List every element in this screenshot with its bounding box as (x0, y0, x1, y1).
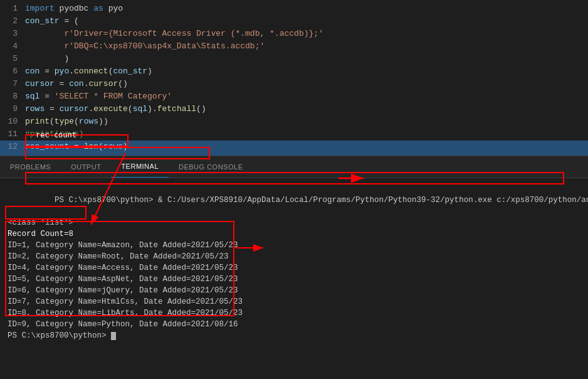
line-content-5: ) (25, 53, 588, 65)
code-line-3: 3 r'Driver={Microsoft Access Driver (*.m… (0, 28, 588, 40)
line-number-10: 10 (0, 115, 25, 128)
terminal-id8: ID=8, Category Name=LibArts, Date Added=… (8, 307, 580, 319)
terminal-id4: ID=4, Category Name=Access, Date Added=2… (8, 262, 580, 274)
line-number-1: 1 (0, 3, 25, 15)
line-content-1: import pyodbc as pyo (25, 3, 588, 15)
line-content-11: #print(rows) (25, 128, 588, 141)
line-number-11: 11 (0, 128, 25, 141)
terminal-command: & C:/Users/XPS8910/AppData/Local/Program… (158, 196, 588, 205)
terminal-cursor (111, 332, 116, 340)
code-line-12: 12rec_count = len(rows) (0, 141, 588, 153)
bottom-panel: PROBLEMS OUTPUT TERMINAL DEBUG CONSOLE P… (0, 156, 588, 379)
line-number-6: 6 (0, 65, 25, 78)
tab-problems[interactable]: PROBLEMS (0, 156, 61, 178)
line-number-8: 8 (0, 90, 25, 103)
line-number-2: 2 (0, 15, 25, 28)
code-line-8: 8sql = 'SELECT * FROM Category' (0, 90, 588, 103)
code-line-6: 6con = pyo.connect(con_str) (0, 65, 588, 78)
terminal-wrapper: PS C:\xps8700\python> & C:/Users/XPS8910… (0, 178, 588, 379)
line-content-4: r'DBQ=C:\xps8700\asp4x_Data\Stats.accdb;… (25, 40, 588, 53)
line-number-12: 12 (0, 141, 25, 153)
code-line-13: 13print(f'Record Count={rec_count}') (0, 153, 588, 156)
line-content-13: print(f'Record Count={rec_count}') (25, 153, 588, 156)
code-line-5: 5 ) (0, 53, 588, 65)
code-line-11: 11#print(rows) (0, 128, 588, 141)
terminal-cmd-line: PS C:\xps8700\python> & C:/Users/XPS8910… (8, 183, 580, 217)
terminal-output-class: <class 'list'> (8, 217, 580, 228)
line-content-7: cursor = con.cursor() (25, 78, 588, 90)
line-number-13: 13 (0, 153, 25, 156)
line-content-2: con_str = ( (25, 15, 588, 28)
line-number-4: 4 (0, 40, 25, 53)
terminal-id6: ID=6, Category Name=jQuery, Date Added=2… (8, 285, 580, 296)
line-content-9: rows = cursor.execute(sql).fetchall() (25, 103, 588, 115)
terminal-id5: ID=5, Category Name=AspNet, Date Added=2… (8, 274, 580, 285)
line-content-10: print(type(rows)) (25, 115, 588, 128)
terminal-record-count: Record Count=8 (8, 228, 580, 240)
app-container: 1import pyodbc as pyo2con_str = (3 r'Dri… (0, 0, 588, 379)
line-content-12: rec_count = len(rows) (25, 141, 588, 153)
line-number-5: 5 (0, 53, 25, 65)
line-number-9: 9 (0, 103, 25, 115)
tab-debug-console[interactable]: DEBUG CONSOLE (169, 156, 253, 178)
code-line-1: 1import pyodbc as pyo (0, 3, 588, 15)
terminal-prompt-line: PS C:\xps8700\python> (8, 330, 580, 341)
code-line-4: 4 r'DBQ=C:\xps8700\asp4x_Data\Stats.accd… (0, 40, 588, 53)
terminal-prompt: PS C:\xps8700\python> (55, 196, 158, 205)
terminal-id9: ID=9, Category Name=Python, Date Added=2… (8, 319, 580, 330)
line-number-7: 7 (0, 78, 25, 90)
line-content-8: sql = 'SELECT * FROM Category' (25, 90, 588, 103)
tab-terminal[interactable]: TERMINAL (111, 156, 169, 178)
tab-output[interactable]: OUTPUT (61, 156, 111, 178)
line-content-3: r'Driver={Microsoft Access Driver (*.mdb… (25, 28, 588, 40)
code-line-2: 2con_str = ( (0, 15, 588, 28)
code-line-7: 7cursor = con.cursor() (0, 78, 588, 90)
terminal-id7: ID=7, Category Name=HtmlCss, Date Added=… (8, 296, 580, 307)
terminal-id1: ID=1, Category Name=Amazon, Date Added=2… (8, 240, 580, 251)
line-number-3: 3 (0, 28, 25, 40)
panel-tabs: PROBLEMS OUTPUT TERMINAL DEBUG CONSOLE (0, 156, 588, 178)
code-editor: 1import pyodbc as pyo2con_str = (3 r'Dri… (0, 0, 588, 156)
code-line-9: 9rows = cursor.execute(sql).fetchall() (0, 103, 588, 115)
terminal-id2: ID=2, Category Name=Root, Date Added=202… (8, 251, 580, 262)
terminal-area[interactable]: PS C:\xps8700\python> & C:/Users/XPS8910… (0, 178, 588, 346)
line-content-6: con = pyo.connect(con_str) (25, 65, 588, 78)
code-line-10: 10print(type(rows)) (0, 115, 588, 128)
